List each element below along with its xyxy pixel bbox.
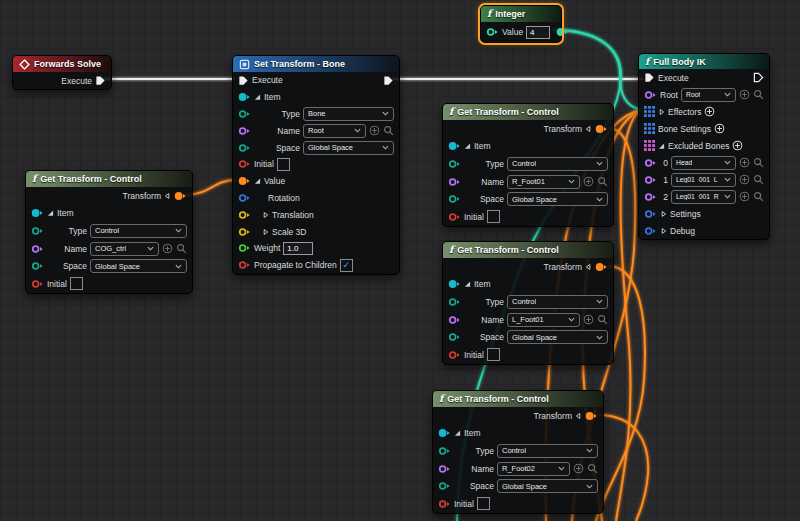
execute-input-pin[interactable] xyxy=(644,72,655,83)
node-set-transform-bone[interactable]: Set Transform - Bone Execute Item Type B… xyxy=(232,55,400,275)
search-icon[interactable] xyxy=(597,176,608,187)
translation-pin[interactable] xyxy=(238,210,251,220)
name-pin[interactable] xyxy=(438,464,451,474)
type-dropdown[interactable]: Control xyxy=(497,444,598,458)
name-dropdown[interactable]: COG_ctrl xyxy=(90,242,159,256)
transform-output-pin[interactable] xyxy=(174,191,187,201)
excluded-bones-array-pin[interactable] xyxy=(644,140,655,151)
search-icon[interactable] xyxy=(176,243,187,254)
transform-output-pin[interactable] xyxy=(585,411,598,421)
node-header[interactable]: Forwards Solve xyxy=(13,56,111,72)
node-header[interactable]: f Get Transform - Control xyxy=(26,171,192,187)
initial-pin[interactable] xyxy=(448,350,461,360)
use-selected-icon[interactable] xyxy=(162,243,173,254)
expander-left-icon[interactable] xyxy=(585,125,592,133)
initial-checkbox[interactable] xyxy=(477,497,490,510)
space-dropdown[interactable]: Global Space xyxy=(507,330,608,344)
expander-collapsed-icon[interactable] xyxy=(660,227,667,235)
effectors-array-pin[interactable] xyxy=(644,106,655,117)
use-selected-icon[interactable] xyxy=(583,314,594,325)
value-pin[interactable] xyxy=(238,176,251,186)
item-pin[interactable] xyxy=(448,279,461,289)
name-pin[interactable] xyxy=(31,244,44,254)
type-dropdown[interactable]: Bone xyxy=(303,107,394,121)
name-pin[interactable] xyxy=(238,126,251,136)
name-dropdown[interactable]: R_Foot02 xyxy=(497,462,570,476)
weight-input[interactable]: 1.0 xyxy=(283,242,313,255)
initial-checkbox[interactable] xyxy=(487,210,500,223)
graph-canvas[interactable]: Forwards Solve Execute Set Transform - B… xyxy=(0,0,800,521)
search-icon[interactable] xyxy=(753,89,764,100)
settings-pin[interactable] xyxy=(644,209,657,219)
expander-open-icon[interactable] xyxy=(464,142,471,150)
use-selected-icon[interactable] xyxy=(583,176,594,187)
search-icon[interactable] xyxy=(587,463,598,474)
use-selected-icon[interactable] xyxy=(369,125,380,136)
item-pin[interactable] xyxy=(31,208,44,218)
expander-collapsed-icon[interactable] xyxy=(658,108,665,116)
execute-output-pin[interactable] xyxy=(95,75,106,86)
add-element-icon[interactable] xyxy=(704,106,715,117)
node-get-transform-cog[interactable]: f Get Transform - Control Transform Item… xyxy=(25,170,193,294)
weight-pin[interactable] xyxy=(238,243,251,253)
root-dropdown[interactable]: Root xyxy=(681,88,736,102)
expander-collapsed-icon[interactable] xyxy=(262,211,269,219)
node-integer[interactable]: f Integer Value 4 xyxy=(480,5,562,43)
wire-effector-3[interactable] xyxy=(616,110,640,521)
search-icon[interactable] xyxy=(383,125,394,136)
space-pin[interactable] xyxy=(438,481,451,491)
execute-output-pin[interactable] xyxy=(383,75,394,86)
initial-checkbox[interactable] xyxy=(277,158,290,171)
rotation-pin[interactable] xyxy=(238,193,251,203)
propagate-checkbox[interactable]: ✓ xyxy=(340,259,353,272)
search-icon[interactable] xyxy=(753,157,764,168)
initial-checkbox[interactable] xyxy=(70,277,83,290)
add-element-icon[interactable] xyxy=(714,123,725,134)
initial-pin[interactable] xyxy=(31,279,44,289)
excluded-bone-pin[interactable] xyxy=(644,192,657,202)
node-get-transform-rfoot02[interactable]: f Get Transform - Control Transform Item… xyxy=(432,390,604,514)
value-input-pin[interactable] xyxy=(486,27,499,37)
space-pin[interactable] xyxy=(31,261,44,271)
node-full-body-ik[interactable]: f Full Body IK Execute Root Root Effecto… xyxy=(638,53,770,240)
name-dropdown[interactable]: Root xyxy=(303,124,366,138)
execute-output-pin[interactable] xyxy=(753,72,764,83)
space-dropdown[interactable]: Global Space xyxy=(507,192,608,206)
expander-open-icon[interactable] xyxy=(658,142,665,150)
expander-left-icon[interactable] xyxy=(164,192,171,200)
wire-integer-branch-a[interactable] xyxy=(553,30,641,110)
space-dropdown[interactable]: Global Space xyxy=(90,259,187,273)
expander-open-icon[interactable] xyxy=(254,177,261,185)
type-pin[interactable] xyxy=(438,446,451,456)
name-dropdown[interactable]: L_Foot01 xyxy=(507,313,580,327)
propagate-pin[interactable] xyxy=(238,260,251,270)
initial-pin[interactable] xyxy=(238,159,251,169)
initial-checkbox[interactable] xyxy=(487,348,500,361)
expander-open-icon[interactable] xyxy=(47,209,54,217)
execute-input-pin[interactable] xyxy=(238,75,249,86)
node-header[interactable]: f Get Transform - Control xyxy=(443,104,613,120)
name-pin[interactable] xyxy=(448,177,461,187)
excluded-bone-dropdown[interactable]: Head xyxy=(671,156,736,170)
transform-output-pin[interactable] xyxy=(595,124,608,134)
integer-value-input[interactable]: 4 xyxy=(526,26,550,39)
space-pin[interactable] xyxy=(448,194,461,204)
wire-transform-rfoot02[interactable] xyxy=(598,415,648,521)
expander-left-icon[interactable] xyxy=(585,263,592,271)
use-selected-icon[interactable] xyxy=(739,89,750,100)
node-header[interactable]: f Integer xyxy=(481,6,561,22)
type-dropdown[interactable]: Control xyxy=(90,224,187,238)
name-pin[interactable] xyxy=(448,315,461,325)
type-dropdown[interactable]: Control xyxy=(507,295,608,309)
expander-open-icon[interactable] xyxy=(254,93,261,101)
type-pin[interactable] xyxy=(448,159,461,169)
type-pin[interactable] xyxy=(448,297,461,307)
initial-pin[interactable] xyxy=(448,212,461,222)
excluded-bone-dropdown[interactable]: Leg01_001_R xyxy=(671,190,736,204)
expander-collapsed-icon[interactable] xyxy=(262,228,269,236)
excluded-bone-pin[interactable] xyxy=(644,175,657,185)
node-header[interactable]: f Full Body IK xyxy=(639,54,769,69)
debug-pin[interactable] xyxy=(644,226,657,236)
bone-settings-array-pin[interactable] xyxy=(644,123,655,134)
node-get-transform-lfoot01[interactable]: f Get Transform - Control Transform Item… xyxy=(442,241,614,365)
